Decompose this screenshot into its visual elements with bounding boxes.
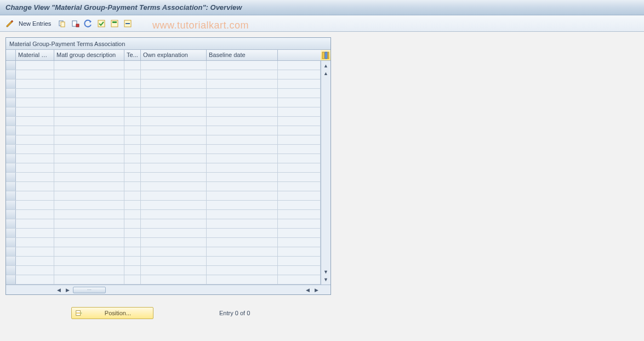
table-row[interactable]: [6, 266, 321, 275]
scroll-up-step-button[interactable]: ▲: [322, 70, 330, 77]
vertical-scrollbar[interactable]: ▲ ▲ ▼ ▼: [321, 61, 330, 285]
position-icon: [75, 309, 83, 317]
table-row[interactable]: [6, 154, 321, 163]
table-config-icon: [321, 51, 330, 60]
row-selector-header[interactable]: [6, 50, 16, 60]
table-row[interactable]: [6, 126, 321, 135]
copy-icon: [58, 19, 66, 28]
panel-title: Material Group-Payment Terms Association: [6, 38, 330, 50]
table-row[interactable]: [6, 219, 321, 229]
table-row[interactable]: [6, 238, 321, 247]
select-all-button[interactable]: [96, 18, 107, 29]
scroll-left-step-button[interactable]: ▶: [64, 286, 71, 294]
table-row[interactable]: [6, 107, 321, 117]
svg-rect-1: [61, 22, 65, 27]
hscroll-thumb[interactable]: ⋯: [73, 287, 106, 293]
table-row[interactable]: [6, 135, 321, 145]
undo-icon: [84, 19, 93, 28]
table-row[interactable]: [6, 117, 321, 126]
table-row[interactable]: [6, 201, 321, 210]
scroll-right-button[interactable]: ▶: [312, 286, 320, 294]
table-row[interactable]: [6, 229, 321, 238]
select-block-icon: [110, 19, 119, 28]
table-row[interactable]: [6, 257, 321, 266]
undo-change-button[interactable]: [83, 18, 94, 29]
table-row[interactable]: [6, 145, 321, 154]
delete-icon: [71, 19, 79, 28]
svg-rect-13: [76, 312, 81, 314]
table-row[interactable]: [6, 191, 321, 201]
table-row[interactable]: [6, 173, 321, 182]
svg-rect-11: [328, 52, 329, 59]
table-row[interactable]: [6, 182, 321, 191]
deselect-all-icon: [123, 19, 132, 28]
window-title-bar: Change View "Material Group-Payment Term…: [0, 0, 644, 15]
select-all-icon: [97, 19, 106, 28]
new-entries-button[interactable]: New Entries: [18, 20, 54, 27]
position-button[interactable]: Position...: [71, 307, 153, 319]
table-row[interactable]: [6, 61, 321, 70]
col-terms[interactable]: Te...: [124, 50, 141, 60]
scroll-left-button[interactable]: ◀: [55, 286, 62, 294]
page-title: Change View "Material Group-Payment Term…: [5, 3, 242, 12]
col-own-explanation[interactable]: Own explanation: [141, 50, 207, 60]
scroll-right-step-button[interactable]: ◀: [304, 286, 311, 294]
table-row[interactable]: [6, 275, 321, 285]
table: Material Gr... Matl group description Te…: [6, 50, 330, 294]
entry-count-label: Entry 0 of 0: [219, 310, 250, 316]
col-matl-group-description[interactable]: Matl group description: [54, 50, 124, 60]
select-block-button[interactable]: [109, 18, 120, 29]
horizontal-scrollbar[interactable]: ◀ ▶ ⋯ ◀ ▶: [6, 285, 330, 294]
table-settings-button[interactable]: [321, 50, 330, 60]
copy-as-button[interactable]: [56, 18, 67, 29]
scroll-up-button[interactable]: ▲: [322, 62, 330, 70]
content-area: Material Group-Payment Terms Association…: [0, 32, 644, 300]
col-baseline-date[interactable]: Baseline date: [207, 50, 278, 60]
svg-rect-3: [76, 24, 79, 27]
table-row[interactable]: [6, 247, 321, 257]
table-row[interactable]: [6, 98, 321, 107]
application-toolbar: New Entries: [0, 15, 644, 32]
scroll-down-button[interactable]: ▼: [322, 276, 330, 283]
table-row[interactable]: [6, 89, 321, 98]
toggle-display-change-button[interactable]: [4, 18, 15, 29]
scroll-down-step-button[interactable]: ▼: [322, 268, 330, 276]
svg-rect-10: [325, 52, 327, 59]
svg-rect-6: [112, 21, 117, 23]
table-header: Material Gr... Matl group description Te…: [6, 50, 330, 61]
table-row[interactable]: [6, 163, 321, 173]
table-body: [6, 61, 321, 285]
col-material-group[interactable]: Material Gr...: [16, 50, 54, 60]
table-row[interactable]: [6, 79, 321, 89]
deselect-all-button[interactable]: [122, 18, 133, 29]
table-panel: Material Group-Payment Terms Association…: [5, 37, 331, 295]
svg-rect-9: [322, 52, 324, 59]
pencil-glasses-icon: [5, 19, 14, 28]
table-row[interactable]: [6, 70, 321, 79]
col-filler: [278, 50, 321, 60]
footer: Position... Entry 0 of 0: [71, 307, 250, 319]
table-row[interactable]: [6, 210, 321, 219]
svg-rect-4: [98, 20, 105, 27]
position-button-label: Position...: [86, 310, 150, 316]
delete-button[interactable]: [70, 18, 81, 29]
svg-rect-5: [111, 20, 118, 27]
